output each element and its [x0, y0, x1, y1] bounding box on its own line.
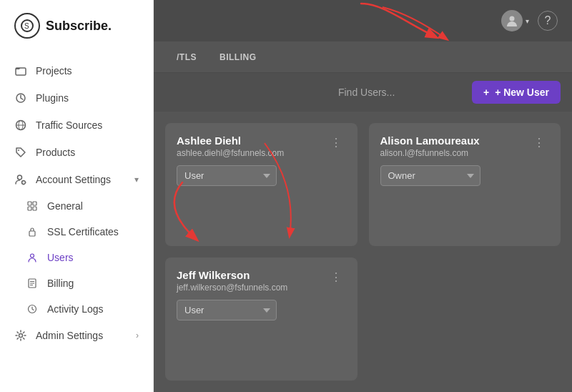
- users-grid: Ashlee Diehl ashlee.diehl@fsfunnels.com …: [154, 112, 572, 392]
- card-user-info: Jeff Wilkerson jeff.wilkerson@fsfunnels.…: [177, 269, 326, 293]
- user-email: ashlee.diehl@fsfunnels.com: [177, 148, 326, 158]
- plus-icon: +: [483, 87, 489, 98]
- user-gear-icon: [14, 173, 27, 186]
- logo-text: Subscribe.: [46, 19, 112, 34]
- svg-rect-10: [28, 202, 31, 205]
- avatar-chevron-icon: ▾: [526, 17, 529, 25]
- user-card-jeff: Jeff Wilkerson jeff.wilkerson@fsfunnels.…: [165, 258, 358, 381]
- sidebar-item-account-settings[interactable]: Account Settings ▾: [0, 166, 153, 193]
- tab-billing[interactable]: BILLING: [208, 41, 268, 73]
- help-button[interactable]: ?: [538, 11, 558, 31]
- svg-point-15: [31, 254, 34, 258]
- card-header: Jeff Wilkerson jeff.wilkerson@fsfunnels.…: [177, 269, 346, 293]
- sidebar-item-label: Account Settings: [36, 174, 126, 185]
- plug-icon: [14, 92, 27, 104]
- sidebar-item-projects[interactable]: Projects: [0, 57, 153, 84]
- svg-rect-13: [33, 207, 36, 210]
- sidebar-item-label: Users: [47, 252, 74, 263]
- new-user-button[interactable]: + + New User: [472, 81, 561, 104]
- sidebar-item-users[interactable]: Users: [0, 245, 153, 270]
- chevron-right-icon: ›: [136, 330, 139, 340]
- logo: S Subscribe.: [0, 0, 153, 52]
- svg-point-7: [18, 150, 19, 151]
- sidebar-item-label: SSL Certificates: [47, 226, 119, 237]
- user-avatar-button[interactable]: ▾: [501, 10, 529, 31]
- grid-icon: [26, 200, 39, 212]
- sidebar: S Subscribe. Projects Plugins: [0, 0, 154, 392]
- sidebar-item-label: Projects: [36, 65, 139, 77]
- action-bar: + + New User: [154, 73, 572, 112]
- logo-icon: S: [14, 13, 40, 39]
- card-header: Ashlee Diehl ashlee.diehl@fsfunnels.com …: [177, 134, 346, 158]
- svg-point-22: [510, 16, 515, 21]
- clock-icon: [26, 303, 39, 315]
- sidebar-item-label: Activity Logs: [47, 303, 104, 315]
- person-icon: [26, 251, 39, 264]
- svg-point-8: [18, 175, 22, 180]
- chevron-down-icon: ▾: [134, 175, 139, 185]
- user-name: Ashlee Diehl: [177, 134, 326, 147]
- svg-rect-14: [29, 231, 35, 236]
- sidebar-item-label: Billing: [47, 278, 74, 289]
- svg-point-21: [19, 334, 23, 338]
- role-select-alison[interactable]: User Admin Owner: [380, 165, 480, 186]
- account-settings-submenu: General SSL Certificates: [0, 193, 153, 322]
- sidebar-item-activity-logs[interactable]: Activity Logs: [0, 296, 153, 322]
- sub-header-tabs: /TLS BILLING: [154, 41, 572, 73]
- svg-rect-12: [28, 207, 31, 210]
- nav-menu: Projects Plugins Traffic Sources: [0, 52, 153, 392]
- user-email: jeff.wilkerson@fsfunnels.com: [177, 283, 326, 293]
- sidebar-item-general[interactable]: General: [0, 193, 153, 219]
- sidebar-item-ssl-certificates[interactable]: SSL Certificates: [0, 219, 153, 245]
- user-card-alison: Alison Lamoureaux alison.l@fsfunnels.com…: [369, 123, 561, 246]
- svg-rect-11: [33, 202, 36, 205]
- user-name: Alison Lamoureaux: [380, 134, 530, 147]
- role-select-jeff[interactable]: User Admin Owner: [177, 300, 277, 320]
- sidebar-item-label: Admin Settings: [36, 330, 127, 341]
- card-user-info: Ashlee Diehl ashlee.diehl@fsfunnels.com: [177, 134, 326, 158]
- sidebar-item-admin-settings[interactable]: Admin Settings ›: [0, 322, 153, 349]
- avatar: [501, 10, 523, 31]
- gear-icon: [14, 329, 27, 342]
- top-header: ▾ ?: [154, 0, 572, 41]
- receipt-icon: [26, 277, 39, 290]
- card-menu-button[interactable]: ⋮: [529, 134, 549, 151]
- sidebar-item-plugins[interactable]: Plugins: [0, 84, 153, 112]
- main-content: ▾ ? /TLS BILLING + + New User Ashlee Die…: [154, 0, 572, 392]
- card-header: Alison Lamoureaux alison.l@fsfunnels.com…: [380, 134, 550, 158]
- sidebar-item-traffic-sources[interactable]: Traffic Sources: [0, 112, 153, 139]
- sidebar-item-label: Plugins: [36, 92, 139, 104]
- folder-icon: [14, 64, 27, 77]
- svg-text:S: S: [24, 22, 29, 30]
- sidebar-item-label: Products: [36, 147, 139, 158]
- tab-vtls[interactable]: /TLS: [165, 41, 208, 73]
- main-panel: ▾ ? /TLS BILLING + + New User Ashlee Die…: [154, 0, 572, 392]
- user-email: alison.l@fsfunnels.com: [380, 148, 530, 158]
- user-card-ashlee: Ashlee Diehl ashlee.diehl@fsfunnels.com …: [165, 123, 358, 246]
- globe-icon: [14, 119, 27, 132]
- sidebar-item-label: Traffic Sources: [36, 119, 139, 131]
- sidebar-item-products[interactable]: Products: [0, 139, 153, 166]
- tag-icon: [14, 146, 27, 159]
- lock-icon: [26, 225, 39, 238]
- role-select-ashlee[interactable]: User Admin Owner: [177, 165, 277, 186]
- card-menu-button[interactable]: ⋮: [326, 269, 346, 285]
- sidebar-item-billing[interactable]: Billing: [0, 270, 153, 296]
- card-menu-button[interactable]: ⋮: [326, 134, 346, 151]
- card-user-info: Alison Lamoureaux alison.l@fsfunnels.com: [380, 134, 530, 158]
- search-input[interactable]: [338, 82, 463, 102]
- user-name: Jeff Wilkerson: [177, 269, 326, 281]
- sidebar-item-label: General: [47, 200, 83, 212]
